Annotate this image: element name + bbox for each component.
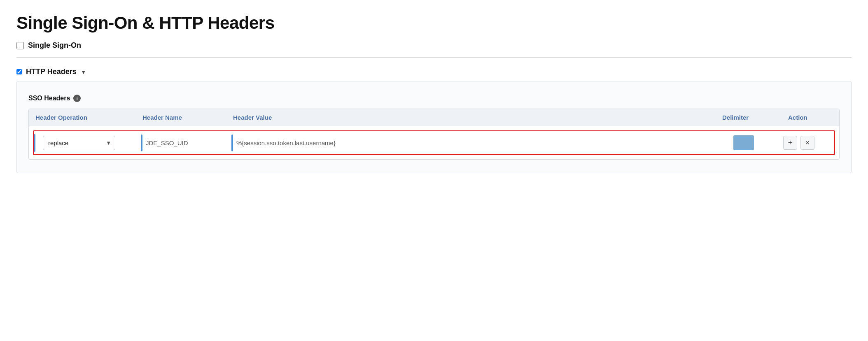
cell-divider-name — [141, 135, 142, 151]
add-row-button[interactable]: + — [783, 136, 797, 150]
remove-row-button[interactable]: × — [800, 136, 814, 150]
col-header-delimiter: Delimiter — [716, 109, 782, 126]
delimiter-bar — [733, 135, 754, 150]
sso-headers-table: Header Operation Header Name Header Valu… — [28, 109, 840, 160]
table-header: Header Operation Header Name Header Valu… — [29, 109, 839, 126]
table-body: replace insert remove ▼ — [29, 130, 839, 155]
col-header-name: Header Name — [136, 109, 226, 126]
cell-divider-value — [231, 135, 233, 151]
cell-delimiter — [711, 131, 777, 154]
http-headers-dropdown-arrow[interactable]: ▼ — [81, 69, 86, 75]
col-header-action: Action — [782, 109, 839, 126]
sso-checkbox-label: Single Sign-On — [28, 41, 81, 50]
http-headers-checkbox[interactable] — [16, 69, 22, 74]
cell-action: + × — [777, 132, 834, 154]
sso-headers-title-row: SSO Headers i — [28, 95, 840, 102]
header-name-input[interactable] — [144, 136, 228, 150]
cell-divider-operation — [34, 134, 35, 152]
col-header-operation: Header Operation — [29, 109, 136, 126]
operation-select-wrapper: replace insert remove ▼ — [37, 136, 115, 150]
page-title: Single Sign-On & HTTP Headers — [16, 13, 852, 33]
http-headers-row: HTTP Headers ▼ — [16, 67, 852, 76]
sso-checkbox-row: Single Sign-On — [16, 41, 852, 50]
col-header-value: Header Value — [226, 109, 716, 126]
cell-header-value — [231, 132, 711, 154]
info-icon[interactable]: i — [73, 95, 81, 102]
sso-headers-title: SSO Headers — [28, 95, 70, 102]
http-headers-label: HTTP Headers — [26, 67, 77, 76]
header-operation-select[interactable]: replace insert remove — [43, 136, 115, 150]
section-divider-1 — [16, 57, 852, 58]
cell-operation: replace insert remove ▼ — [34, 132, 141, 154]
sso-checkbox[interactable] — [16, 42, 24, 49]
table-row: replace insert remove ▼ — [33, 130, 835, 155]
http-headers-panel: SSO Headers i Header Operation Header Na… — [16, 81, 852, 173]
header-value-input[interactable] — [235, 136, 707, 150]
cell-header-name — [141, 132, 231, 154]
